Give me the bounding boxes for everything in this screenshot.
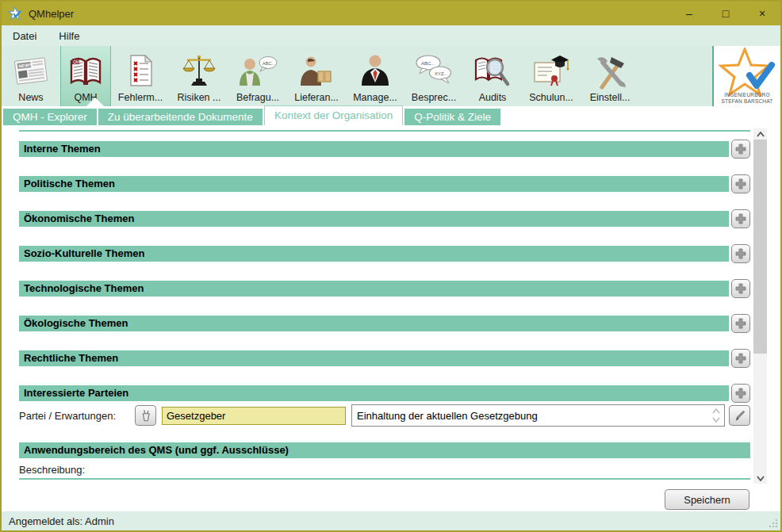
save-button[interactable]: Speichern [665, 489, 749, 510]
vertical-scrollbar[interactable] [753, 128, 767, 484]
close-button[interactable]: × [744, 2, 780, 25]
scroll-down-button[interactable] [753, 473, 767, 484]
party-label: Partei / Erwartungen: [19, 410, 135, 422]
toolbar-label: Einstell... [590, 92, 631, 103]
section-title: Rechtliche Themen [19, 350, 729, 366]
add-entry-button[interactable] [731, 174, 750, 193]
edit-expectation-button[interactable] [729, 405, 750, 426]
chevron-down-icon [712, 417, 720, 423]
section-title: Anwendungsbereich des QMS (und ggf. Auss… [19, 442, 750, 458]
section-rechtliche-themen: Rechtliche Themen [19, 350, 750, 366]
toolbar-label: Audits [479, 92, 507, 103]
toolbar-label: Lieferan... [294, 92, 339, 103]
add-entry-button[interactable] [731, 244, 750, 263]
delete-party-button[interactable] [135, 405, 156, 426]
delivery-person-icon [297, 52, 336, 90]
party-input[interactable] [162, 407, 346, 425]
toolbar-label: Besprec... [412, 92, 456, 103]
svg-text:STEFAN BARSCHAT: STEFAN BARSCHAT [721, 98, 772, 104]
kontext-panel: Interne Themen Politische Themen Ökonomi… [2, 125, 780, 485]
svg-text:ABC...: ABC... [263, 61, 275, 66]
pencil-icon [733, 408, 747, 423]
selected-toolbar-notch [85, 98, 105, 108]
plus-icon [736, 179, 746, 189]
tab-strip: QMH - Explorer Zu überarbeitende Dokumen… [2, 106, 780, 125]
section-title: Sozio-Kulturelle Themen [19, 246, 729, 262]
add-entry-button[interactable] [731, 209, 750, 228]
chevron-down-icon [757, 476, 765, 481]
section-technologische-themen: Technologische Themen [19, 281, 750, 297]
manager-icon [355, 52, 395, 90]
panel-top-rule [19, 130, 750, 132]
toolbar-lieferanten-button[interactable]: Lieferan... [287, 46, 346, 106]
party-expectation-row: Partei / Erwartungen: [19, 404, 750, 427]
toolbar-label: Fehlerm... [118, 92, 163, 103]
maximize-button[interactable]: □ [707, 2, 744, 25]
plus-icon [736, 388, 746, 398]
certificate-icon [531, 52, 571, 90]
plus-icon [736, 214, 746, 224]
company-logo: INGENIEURBÜRO STEFAN BARSCHAT [712, 46, 780, 106]
toolbar-einstellungen-button[interactable]: Einstell... [581, 46, 639, 106]
tab-qmh-explorer[interactable]: QMH - Explorer [3, 109, 97, 125]
section-sozio-kulturelle-themen: Sozio-Kulturelle Themen [19, 246, 750, 262]
svg-text:QM: QM [73, 60, 79, 64]
toolbar-audits-button[interactable]: Audits [463, 46, 522, 106]
toolbar-label: Risiken ... [178, 92, 221, 103]
scroll-up-button[interactable] [753, 128, 767, 140]
trash-icon [139, 408, 153, 423]
toolbar-management-button[interactable]: Manage... [346, 46, 404, 106]
minimize-button[interactable]: – [671, 2, 707, 25]
speech-bubbles-icon: ABC... XYZ... [414, 52, 454, 90]
expectation-input[interactable] [351, 404, 725, 427]
section-title: Politische Themen [19, 176, 729, 192]
toolbar-schulungen-button[interactable]: Schulun... [522, 46, 581, 106]
section-title: Ökologische Themen [19, 316, 729, 331]
scrollbar-thumb[interactable] [753, 140, 767, 354]
resize-grip[interactable] [769, 519, 778, 528]
plus-icon [736, 249, 746, 258]
tab-q-politik-ziele[interactable]: Q-Politik & Ziele [404, 109, 500, 125]
menu-datei[interactable]: Datei [2, 25, 48, 46]
tools-icon [590, 52, 630, 90]
svg-text:XYZ...: XYZ... [435, 71, 448, 76]
toolbar-risiken-button[interactable]: Risiken ... [170, 46, 228, 106]
toolbar-fehlermeldung-button[interactable]: Fehlerm... [111, 46, 170, 106]
tab-zu-ueberarbeitende-dokumente[interactable]: Zu überarbeitende Dokumente [98, 109, 263, 125]
tab-kontext-der-organisation[interactable]: Kontext der Organisation [264, 105, 403, 125]
section-politische-themen: Politische Themen [19, 176, 750, 192]
logged-in-status: Angemeldet als: Admin [9, 515, 114, 527]
section-interne-themen: Interne Themen [19, 141, 750, 157]
open-book-icon: QM [66, 52, 105, 90]
add-entry-button[interactable] [731, 349, 750, 368]
expectation-spinner[interactable] [711, 406, 722, 425]
toolbar-besprechungen-button[interactable]: ABC... XYZ... Besprec... [404, 46, 463, 106]
add-entry-button[interactable] [731, 384, 750, 403]
chevron-up-icon [757, 132, 765, 137]
add-entry-button[interactable] [731, 140, 750, 159]
window-title: QMhelper [29, 8, 74, 20]
section-title: Interne Themen [19, 141, 729, 157]
checklist-icon [121, 52, 160, 90]
toolbar-befragungen-button[interactable]: ABC... Befragu... [228, 46, 287, 106]
section-title: Interessierte Parteien [19, 385, 729, 401]
app-star-icon [8, 6, 22, 21]
toolbar-label: Schulun... [529, 92, 573, 103]
person-speech-icon: ABC... [238, 52, 278, 90]
plus-icon [736, 284, 746, 293]
section-anwendungsbereich: Anwendungsbereich des QMS (und ggf. Auss… [19, 442, 750, 458]
toolbar-label: Befragu... [236, 92, 279, 103]
app-window: QMhelper – □ × Datei Hilfe NEWS [0, 0, 782, 532]
add-entry-button[interactable] [731, 314, 750, 333]
menu-hilfe[interactable]: Hilfe [48, 25, 90, 46]
section-oekologische-themen: Ökologische Themen [19, 316, 750, 331]
plus-icon [736, 319, 746, 328]
toolbar-news-button[interactable]: NEWS News [2, 46, 60, 106]
toolbar-label: News [18, 92, 43, 103]
save-band: Speichern [2, 485, 780, 511]
svg-text:INGENIEURBÜRO: INGENIEURBÜRO [724, 92, 770, 98]
section-interessierte-parteien: Interessierte Parteien [19, 385, 750, 401]
status-bar: Angemeldet als: Admin [2, 511, 780, 530]
add-entry-button[interactable] [731, 279, 750, 298]
section-title: Ökonomische Themen [19, 211, 729, 227]
